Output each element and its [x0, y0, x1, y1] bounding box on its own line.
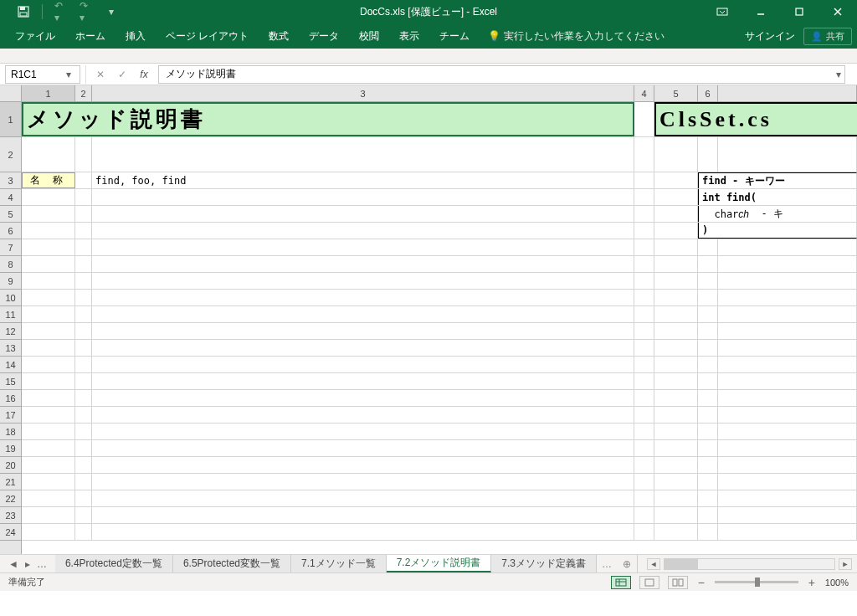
cell[interactable]	[654, 524, 698, 540]
redo-icon[interactable]: ↷ ▾	[80, 5, 93, 18]
tab-formulas[interactable]: 数式	[259, 23, 299, 49]
tab-review[interactable]: 校閲	[349, 23, 389, 49]
cell[interactable]	[634, 407, 654, 423]
cell[interactable]	[634, 273, 654, 289]
col-header[interactable]: 2	[75, 85, 92, 101]
row-header[interactable]: 5	[0, 206, 21, 223]
cell[interactable]	[698, 390, 718, 406]
sig-cell[interactable]: )	[698, 223, 857, 239]
hscroll-left-icon[interactable]: ◄	[647, 558, 660, 570]
signin-link[interactable]: サインイン	[745, 29, 795, 44]
cell[interactable]	[654, 223, 698, 239]
cell[interactable]	[718, 273, 857, 289]
cell[interactable]	[698, 490, 718, 506]
view-page-layout-icon[interactable]	[639, 576, 659, 589]
row-header[interactable]: 12	[0, 323, 21, 340]
name-value-cell[interactable]: find, foo, find	[92, 172, 634, 188]
cancel-formula-icon[interactable]: ✕	[93, 69, 108, 80]
cell[interactable]	[718, 306, 857, 322]
row-header[interactable]: 13	[0, 340, 21, 357]
col-header[interactable]: 5	[654, 85, 698, 101]
cell[interactable]	[718, 457, 857, 473]
cell[interactable]	[718, 357, 857, 372]
cell[interactable]	[634, 323, 654, 339]
hscroll-right-icon[interactable]: ►	[839, 558, 852, 570]
col-header[interactable]: 1	[22, 85, 75, 101]
cell[interactable]	[75, 223, 92, 239]
row-header[interactable]: 20	[0, 457, 21, 474]
cell[interactable]	[92, 189, 634, 205]
cell[interactable]	[654, 239, 698, 255]
cell[interactable]	[698, 373, 718, 389]
cell[interactable]	[92, 407, 634, 423]
cell[interactable]	[634, 256, 654, 272]
cell[interactable]	[22, 137, 75, 172]
cell[interactable]	[634, 357, 654, 372]
row-header[interactable]: 24	[0, 524, 21, 541]
cell[interactable]	[654, 172, 698, 188]
cell[interactable]	[22, 357, 75, 372]
cell[interactable]	[75, 424, 92, 439]
cell[interactable]	[634, 189, 654, 205]
tab-home[interactable]: ホーム	[65, 23, 115, 49]
cell[interactable]	[654, 373, 698, 389]
cell[interactable]	[718, 390, 857, 406]
ribbon-options-icon[interactable]	[703, 0, 742, 23]
cell[interactable]	[634, 239, 654, 255]
minimize-button[interactable]	[742, 0, 780, 23]
hscroll-thumb[interactable]	[665, 559, 698, 569]
row-header[interactable]: 17	[0, 407, 21, 424]
cell[interactable]	[75, 137, 92, 172]
row-header[interactable]: 18	[0, 424, 21, 440]
undo-icon[interactable]: ↶ ▾	[54, 5, 68, 18]
row-header[interactable]: 6	[0, 223, 21, 239]
cell[interactable]	[92, 223, 634, 239]
cell[interactable]	[634, 457, 654, 473]
cell[interactable]	[698, 137, 718, 172]
tab-page-layout[interactable]: ページ レイアウト	[156, 23, 259, 49]
cell[interactable]	[22, 223, 75, 239]
cell[interactable]	[698, 424, 718, 439]
cell[interactable]	[654, 390, 698, 406]
cell[interactable]	[698, 323, 718, 339]
sig-cell[interactable]: char ch - キ	[698, 206, 857, 222]
cell[interactable]	[75, 407, 92, 423]
cell[interactable]	[654, 440, 698, 456]
row-header[interactable]: 15	[0, 373, 21, 390]
cell[interactable]	[698, 524, 718, 540]
cell[interactable]	[718, 474, 857, 490]
chevron-down-icon[interactable]: ▾	[63, 69, 74, 80]
cell[interactable]	[22, 323, 75, 339]
cell[interactable]	[698, 340, 718, 356]
cell[interactable]	[654, 290, 698, 305]
zoom-in-button[interactable]: +	[807, 576, 817, 589]
name-box[interactable]: R1C1 ▾	[5, 65, 80, 84]
row-header[interactable]: 21	[0, 474, 21, 490]
cell[interactable]	[22, 189, 75, 205]
zoom-thumb[interactable]	[755, 578, 760, 587]
row-header[interactable]: 19	[0, 440, 21, 457]
cell[interactable]	[22, 373, 75, 389]
cell[interactable]	[22, 524, 75, 540]
col-header[interactable]: 4	[634, 85, 654, 101]
cell[interactable]	[634, 290, 654, 305]
cell[interactable]	[92, 256, 634, 272]
cell[interactable]	[634, 507, 654, 523]
cell[interactable]	[654, 323, 698, 339]
row-header[interactable]: 14	[0, 357, 21, 373]
tab-file[interactable]: ファイル	[5, 23, 65, 49]
select-all-corner[interactable]	[0, 85, 21, 102]
cell[interactable]	[75, 306, 92, 322]
cell[interactable]	[654, 507, 698, 523]
cell[interactable]	[718, 137, 857, 172]
expand-formula-icon[interactable]: ▾	[833, 66, 844, 83]
cell[interactable]	[634, 172, 654, 188]
cell[interactable]	[92, 323, 634, 339]
cell[interactable]	[654, 137, 698, 172]
cell[interactable]	[718, 407, 857, 423]
cell[interactable]	[75, 357, 92, 372]
cell[interactable]	[654, 424, 698, 439]
title-cell[interactable]: メソッド説明書	[22, 102, 634, 136]
cell[interactable]	[75, 256, 92, 272]
cell[interactable]	[22, 390, 75, 406]
